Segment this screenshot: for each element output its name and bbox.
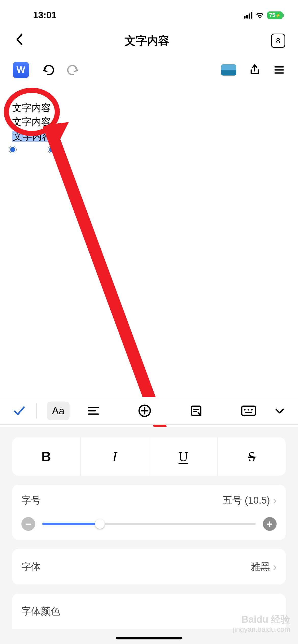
strikethrough-button[interactable]: S — [218, 437, 286, 476]
menu-button[interactable] — [273, 64, 285, 76]
nav-header: 文字内容 8 — [0, 25, 298, 56]
font-color-label: 字体颜色 — [21, 605, 60, 618]
svg-point-17 — [244, 409, 246, 411]
slider-thumb[interactable] — [95, 519, 105, 529]
collapse-panel-button[interactable] — [274, 405, 285, 416]
watermark: Baidu 经验 jingyan.baidu.com — [233, 614, 290, 634]
selection-handle-start[interactable] — [9, 146, 16, 153]
selection-handle-end[interactable] — [48, 146, 55, 153]
app-toolbar: W — [0, 56, 298, 84]
insert-tab[interactable] — [138, 404, 152, 418]
font-size-label: 字号 — [21, 494, 41, 507]
selected-text[interactable]: 文字内容 — [12, 131, 53, 142]
text-line-selected[interactable]: 文字内容 — [12, 130, 286, 143]
font-size-row[interactable]: 字号 五号 (10.5) › — [21, 494, 277, 507]
increase-size-button[interactable]: + — [263, 517, 277, 531]
redo-button[interactable] — [67, 63, 80, 77]
charging-icon: ⚡ — [276, 13, 281, 18]
wifi-icon — [255, 12, 264, 19]
svg-rect-16 — [242, 406, 255, 415]
text-line[interactable]: 文字内容 — [12, 102, 286, 114]
svg-point-19 — [251, 409, 253, 411]
format-tab-bar: Aa — [0, 397, 298, 425]
text-format-tab[interactable]: Aa — [47, 402, 70, 420]
battery-percent: 75 — [269, 12, 275, 19]
font-size-slider[interactable] — [42, 523, 256, 525]
battery-indicator: 75⚡ — [267, 11, 283, 19]
divider — [36, 403, 37, 418]
done-button[interactable] — [13, 404, 26, 417]
chevron-right-icon: › — [273, 494, 277, 507]
home-indicator[interactable] — [116, 637, 182, 639]
status-time: 13:01 — [33, 10, 57, 21]
paragraph-tab[interactable] — [87, 404, 100, 417]
document-canvas[interactable]: 文字内容 文字内容 文字内容 — [0, 84, 298, 143]
italic-button[interactable]: I — [81, 437, 149, 476]
text-style-row: B I U S — [12, 437, 286, 476]
status-bar: 13:01 75⚡ — [0, 0, 298, 25]
font-size-card: 字号 五号 (10.5) › − + — [12, 485, 286, 540]
text-line[interactable]: 文字内容 — [12, 116, 286, 128]
status-indicators: 75⚡ — [244, 11, 283, 19]
undo-button[interactable] — [41, 63, 55, 77]
decrease-size-button[interactable]: − — [21, 517, 35, 531]
back-button[interactable] — [13, 33, 23, 49]
word-app-icon[interactable]: W — [13, 62, 29, 78]
bold-button[interactable]: B — [12, 437, 81, 476]
font-family-row[interactable]: 字体 雅黑 › — [12, 549, 286, 584]
chevron-right-icon: › — [273, 561, 277, 573]
theme-thumbnail[interactable] — [221, 64, 236, 76]
share-button[interactable] — [249, 64, 261, 76]
review-tab[interactable] — [189, 404, 203, 417]
font-family-label: 字体 — [21, 560, 41, 573]
font-size-slider-row: − + — [21, 517, 277, 531]
svg-point-18 — [248, 409, 249, 411]
keyboard-tab[interactable] — [241, 405, 256, 417]
font-size-value: 五号 (10.5) — [223, 494, 270, 507]
underline-button[interactable]: U — [149, 437, 218, 476]
font-family-value: 雅黑 — [251, 560, 270, 573]
format-panel: B I U S 字号 五号 (10.5) › − + 字体 雅黑 › 字体 — [0, 427, 298, 644]
tab-count-button[interactable]: 8 — [271, 34, 285, 48]
page-title: 文字内容 — [23, 33, 271, 48]
cellular-signal-icon — [244, 12, 252, 19]
